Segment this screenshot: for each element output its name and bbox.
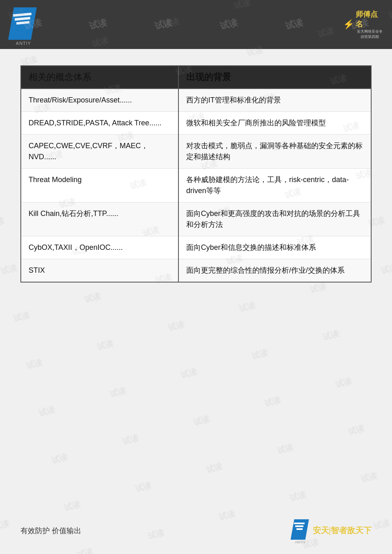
footer-antiy-text: 安天|智者敌天下	[313, 525, 372, 536]
table-cell-left-0: Threat/Risk/Exposure/Asset......	[21, 89, 178, 112]
wm-4: 试读	[218, 16, 239, 33]
table-row: DREAD,STRIDE,PASTA, Attack Tree...... 微软…	[21, 112, 371, 135]
table-row: CAPEC,CWE,CVE,CVRF，MAEC，NVD...... 对攻击模式，…	[21, 135, 371, 169]
logo-line-3	[16, 21, 29, 24]
col2-header: 出现的背景	[178, 66, 371, 89]
table-cell-right-6: 面向更完整的综合性的情报分析/作业/交换的体系	[178, 259, 371, 283]
table-row: STIX 面向更完整的综合性的情报分析/作业/交换的体系	[21, 259, 371, 283]
table-cell-right-1: 微软和相关安全厂商所推出的风险管理模型	[178, 112, 371, 135]
footer-antiy-label: ANTIY	[291, 540, 310, 544]
footer-left-text: 有效防护 价值输出	[20, 526, 81, 536]
table-cell-left-4: Kill Chain,钻石分析,TTP......	[21, 202, 178, 236]
table-cell-right-2: 对攻击模式，脆弱点，漏洞等各种基础的安全元素的标定和描述结构	[178, 135, 371, 169]
table-row: Threat Modeling 各种威胁建模的方法论，工具，risk-centr…	[21, 169, 371, 202]
logo-lines	[13, 13, 31, 26]
logo-shape	[8, 7, 37, 40]
right-logo: ⚡ 师傅点名 安天网络安全冬训营第四期	[343, 10, 384, 39]
wm-5: 试读	[284, 16, 304, 33]
footer-right: ANTIY 安天|智者敌天下	[291, 519, 372, 542]
fll-1	[294, 523, 305, 524]
concept-table: 相关的概念体系 出现的背景 Threat/Risk/Exposure/Asset…	[20, 65, 372, 283]
fll-3	[296, 528, 303, 530]
right-logo-sub: 安天网络安全冬训营第四期	[356, 29, 384, 40]
col1-header: 相关的概念体系	[21, 66, 178, 89]
header-watermarks: 试读 试读 试读 试读 试读 试读	[0, 0, 392, 49]
wm-3: 试读	[153, 16, 174, 33]
table-header-row: 相关的概念体系 出现的背景	[21, 66, 371, 89]
table-cell-left-1: DREAD,STRIDE,PASTA, Attack Tree......	[21, 112, 178, 135]
footer-brand: 安天|智者敌天下	[313, 525, 372, 536]
footer-logo-icon	[291, 519, 309, 540]
table-cell-left-6: STIX	[21, 259, 178, 283]
table-cell-left-2: CAPEC,CWE,CVE,CVRF，MAEC，NVD......	[21, 135, 178, 169]
logo-line-2	[15, 17, 31, 20]
table-row: CybOX,TAXII，OpenIOC...... 面向Cyber和信息交换的描…	[21, 236, 371, 259]
footer-logo-lines	[294, 523, 305, 531]
table-cell-right-5: 面向Cyber和信息交换的描述和标准体系	[178, 236, 371, 259]
table-row: Threat/Risk/Exposure/Asset...... 西方的IT管理…	[21, 89, 371, 112]
table-cell-right-0: 西方的IT管理和标准化的背景	[178, 89, 371, 112]
main-content: 相关的概念体系 出现的背景 Threat/Risk/Exposure/Asset…	[0, 49, 392, 299]
header: ANTIY 试读 试读 试读 试读 试读 试读 ⚡ 师傅点名 安天网络安全冬训营…	[0, 0, 392, 49]
logo-area: ANTIY	[8, 7, 39, 42]
antiy-label: ANTIY	[8, 41, 39, 46]
table-cell-left-3: Threat Modeling	[21, 169, 178, 202]
right-logo-text: 师傅点名	[356, 9, 384, 29]
footer: 有效防护 价值输出 ANTIY 安天|智者敌天下	[0, 519, 392, 542]
table-cell-left-5: CybOX,TAXII，OpenIOC......	[21, 236, 178, 259]
wm-2: 试读	[88, 16, 108, 33]
logo-line-1	[13, 13, 31, 17]
table-row: Kill Chain,钻石分析,TTP...... 面向Cyber和更高强度的攻…	[21, 202, 371, 236]
fll-2	[295, 525, 303, 527]
table-cell-right-3: 各种威胁建模的方法论，工具，risk-centric，data-driven等等	[178, 169, 371, 202]
lightning-icon: ⚡	[343, 19, 354, 30]
table-cell-right-4: 面向Cyber和更高强度的攻击和对抗的场景的分析工具和分析方法	[178, 202, 371, 236]
